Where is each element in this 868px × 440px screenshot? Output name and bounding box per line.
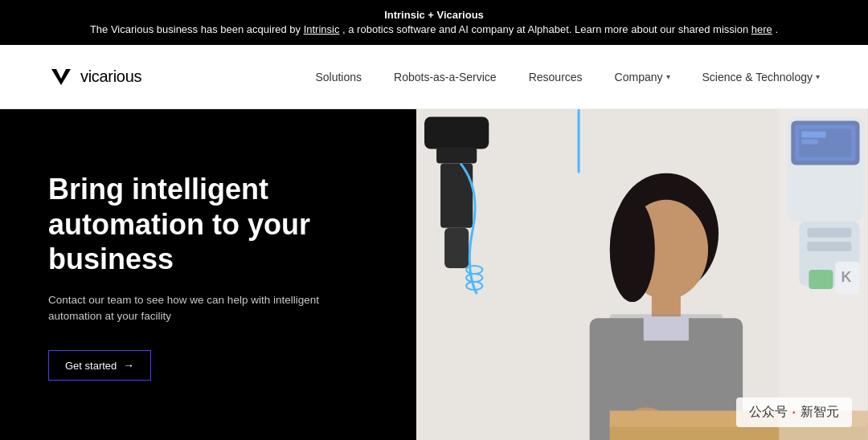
- svg-rect-33: [780, 109, 868, 440]
- hero-title: Bring intelligent automation to your bus…: [48, 172, 354, 276]
- arrow-icon: →: [123, 359, 134, 372]
- logo-icon: [48, 64, 74, 90]
- watermark-brand: 新智元: [800, 404, 839, 421]
- hero-section: Bring intelligent automation to your bus…: [0, 109, 868, 440]
- nav-links: Solutions Robots-as-a-Service Resources …: [315, 70, 820, 84]
- announcement-text-after: .: [775, 23, 778, 35]
- watermark: 公众号 · 新智元: [736, 397, 852, 427]
- nav-label-science: Science & Technology: [702, 71, 813, 84]
- intrinsic-link[interactable]: Intrinsic: [304, 23, 340, 35]
- hero-image: K: [416, 109, 868, 440]
- svg-point-12: [610, 198, 655, 302]
- nav-dropdown-company[interactable]: Company ▾: [615, 71, 670, 84]
- nav-link-resources[interactable]: Resources: [529, 71, 583, 84]
- nav-item-company[interactable]: Company ▾: [615, 71, 670, 84]
- here-link[interactable]: here: [751, 23, 772, 35]
- svg-rect-4: [436, 148, 477, 164]
- watermark-text: 公众号: [749, 404, 788, 421]
- logo-text: vicarious: [80, 67, 141, 86]
- logo[interactable]: vicarious: [48, 64, 141, 90]
- announcement-title: Intrinsic + Vicarious: [384, 9, 484, 21]
- hero-subtitle: Contact our team to see how we can help …: [48, 292, 330, 325]
- get-started-button[interactable]: Get started →: [48, 350, 151, 381]
- announcement-text-middle: , a robotics software and AI company at …: [342, 23, 751, 35]
- navbar: vicarious Solutions Robots-as-a-Service …: [0, 45, 868, 109]
- hero-left: Bring intelligent automation to your bus…: [0, 109, 416, 440]
- svg-rect-16: [644, 317, 689, 341]
- announcement-text-before: The Vicarious business has been acquired…: [90, 23, 304, 35]
- nav-link-raas[interactable]: Robots-as-a-Service: [394, 71, 497, 84]
- chevron-down-icon-2: ▾: [816, 72, 820, 81]
- announcement-bar: Intrinsic + Vicarious The Vicarious busi…: [0, 0, 868, 45]
- nav-item-resources[interactable]: Resources: [529, 70, 583, 84]
- nav-label-company: Company: [615, 71, 663, 84]
- nav-item-science[interactable]: Science & Technology ▾: [702, 71, 821, 84]
- nav-item-raas[interactable]: Robots-as-a-Service: [394, 70, 497, 84]
- watermark-dot: ·: [792, 405, 796, 420]
- nav-link-solutions[interactable]: Solutions: [315, 71, 362, 84]
- svg-rect-3: [424, 117, 489, 149]
- svg-marker-0: [51, 69, 71, 85]
- nav-item-solutions[interactable]: Solutions: [315, 70, 362, 84]
- nav-dropdown-science[interactable]: Science & Technology ▾: [702, 71, 821, 84]
- hero-right: K 公众号 · 新智元: [416, 109, 868, 440]
- cta-label: Get started: [65, 360, 117, 372]
- chevron-down-icon: ▾: [666, 72, 670, 81]
- svg-rect-6: [444, 228, 469, 268]
- svg-rect-2: [578, 109, 580, 173]
